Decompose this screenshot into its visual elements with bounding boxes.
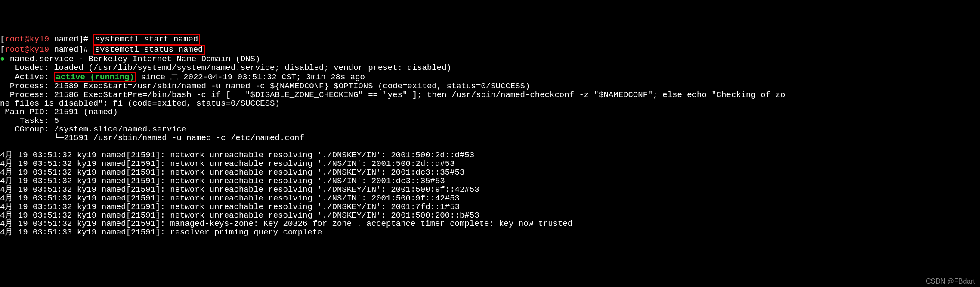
log-line: 4月 19 03:51:32 ky19 named[21591]: manage… (0, 219, 572, 228)
watermark: CSDN @FBdart (926, 278, 975, 285)
unit-name: named.service - Berkeley Internet Name D… (5, 54, 260, 64)
active-since: since 二 2022-04-19 03:51:32 CST; 3min 28… (136, 72, 365, 82)
terminal-output: [root@ky19 named]# systemctl start named… (0, 34, 980, 237)
active-line: Active: active (running) since 二 2022-04… (0, 72, 365, 82)
log-line: 4月 19 03:51:32 ky19 named[21591]: networ… (0, 176, 445, 186)
unit-header-line: ● named.service - Berkeley Internet Name… (0, 54, 260, 64)
cgroup-child-line: └─21591 /usr/sbin/named -u named -c /etc… (0, 133, 304, 143)
prompt-host: ky19 (29, 34, 49, 44)
prompt-hash: # (83, 45, 88, 54)
loaded-line: Loaded: loaded (/usr/lib/systemd/system/… (0, 63, 451, 72)
log-line: 4月 19 03:51:32 ky19 named[21591]: networ… (0, 168, 464, 177)
prompt-hash: # (83, 34, 88, 44)
prompt-close: ] (78, 45, 83, 54)
cmd-status-highlight: systemctl status named (93, 45, 205, 55)
prompt-open: [ (0, 34, 5, 44)
log-line: 4月 19 03:51:32 ky19 named[21591]: networ… (0, 193, 460, 203)
prompt-path: named (54, 45, 78, 54)
active-value: active (running) (56, 72, 134, 82)
main-pid-line: Main PID: 21591 (named) (0, 107, 118, 117)
process-line-1: Process: 21589 ExecStart=/usr/sbin/named… (0, 81, 530, 91)
prompt-path: named (54, 34, 78, 44)
prompt-user: root (5, 45, 25, 54)
prompt-line-2: [root@ky19 named]# systemctl status name… (0, 45, 205, 54)
active-label: Active: (0, 72, 54, 82)
prompt-open: [ (0, 45, 5, 54)
prompt-close: ] (78, 34, 83, 44)
cgroup-line: CGroup: /system.slice/named.service (0, 125, 186, 134)
prompt-line-1: [root@ky19 named]# systemctl start named (0, 34, 200, 44)
prompt-at: @ (25, 34, 29, 44)
prompt-host: ky19 (29, 45, 49, 54)
prompt-at: @ (25, 45, 29, 54)
active-value-highlight: active (running) (54, 72, 136, 83)
log-line: 4月 19 03:51:33 ky19 named[21591]: resolv… (0, 228, 322, 237)
tasks-line: Tasks: 5 (0, 116, 59, 125)
log-line: 4月 19 03:51:32 ky19 named[21591]: networ… (0, 211, 479, 220)
cmd-start[interactable]: systemctl start named (95, 34, 198, 44)
log-line: 4月 19 03:51:32 ky19 named[21591]: networ… (0, 159, 455, 168)
log-line: 4月 19 03:51:32 ky19 named[21591]: networ… (0, 185, 479, 194)
log-line: 4月 19 03:51:32 ky19 named[21591]: networ… (0, 202, 460, 212)
process-line-2: Process: 21586 ExecStartPre=/bin/bash -c… (0, 90, 785, 108)
cmd-start-highlight: systemctl start named (93, 34, 200, 45)
log-line: 4月 19 03:51:32 ky19 named[21591]: networ… (0, 150, 474, 160)
status-dot-icon: ● (0, 54, 5, 64)
cmd-status[interactable]: systemctl status named (95, 45, 203, 54)
prompt-user: root (5, 34, 25, 44)
